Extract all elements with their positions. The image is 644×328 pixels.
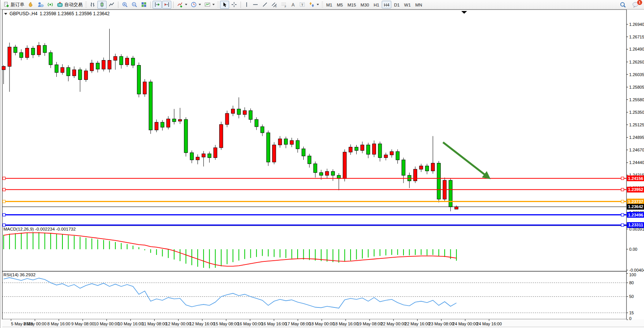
svg-text:0.003914: 0.003914: [629, 227, 644, 231]
time-label: 15 May 08:00: [214, 322, 239, 326]
panel-border: [2, 271, 626, 319]
candle-down: [314, 164, 317, 172]
time-label: 22 May 16:00: [405, 322, 430, 326]
line-handle[interactable]: [3, 224, 5, 226]
svg-text:1.26035: 1.26035: [629, 72, 644, 77]
candlestick-chart-button[interactable]: [97, 1, 107, 9]
svg-text:1.26940: 1.26940: [629, 22, 644, 27]
cursor-button[interactable]: [220, 1, 229, 9]
candle-down: [378, 144, 382, 158]
timeframe-h4[interactable]: H4: [382, 1, 391, 8]
candle-down: [78, 70, 82, 80]
price-axis: 1.269401.267151.264901.262601.260351.258…: [626, 22, 644, 228]
label-tool-button[interactable]: T: [298, 1, 307, 9]
timeframe-m5[interactable]: M5: [335, 1, 345, 8]
timeframe-h1[interactable]: H1: [372, 1, 381, 8]
fibonacci-tool-button[interactable]: F: [279, 1, 289, 9]
candle-down: [14, 47, 17, 53]
price-label: 1.23737: [628, 199, 643, 204]
candle-up: [2, 66, 5, 70]
new-order-label: 新订单: [11, 2, 24, 8]
svg-text:1.26260: 1.26260: [629, 60, 644, 64]
timeframe-w1[interactable]: W1: [402, 1, 413, 8]
line-handle[interactable]: [3, 188, 5, 191]
mt5-window: 新订单 自动交易: [0, 0, 644, 328]
candle-up: [220, 124, 223, 148]
new-order-button[interactable]: 新订单: [2, 1, 26, 9]
separator: [173, 2, 174, 8]
svg-text:F: F: [285, 5, 286, 8]
time-label: 11 May 08:00: [142, 322, 167, 326]
timeframe-mn[interactable]: MN: [413, 1, 424, 8]
search-button[interactable]: [618, 1, 628, 9]
candle-up: [114, 56, 117, 60]
tile-windows-button[interactable]: [139, 1, 148, 9]
periods-button[interactable]: [189, 1, 202, 9]
line-handle[interactable]: [621, 188, 624, 191]
svg-text:-0.004049: -0.004049: [629, 268, 644, 272]
notifications-button[interactable]: 1: [631, 1, 641, 9]
timeframe-d1[interactable]: D1: [392, 1, 402, 8]
candle-down: [172, 119, 176, 122]
user-cloud-icon: [37, 2, 44, 8]
toolbar-grip: [217, 2, 219, 8]
algo-trading-label: 自动交易: [64, 2, 83, 8]
styles-button[interactable]: [26, 1, 35, 9]
time-label: 19 May 08:00: [357, 322, 383, 326]
line-handle[interactable]: [3, 200, 5, 203]
text-tool-button[interactable]: A: [289, 1, 297, 9]
timeframe-m1[interactable]: M1: [324, 1, 334, 8]
candle-up: [349, 147, 352, 152]
svg-text:1.25580: 1.25580: [629, 97, 644, 102]
time-label: 18 May 00:00: [309, 322, 335, 326]
arrows-shapes-icon: [309, 2, 315, 8]
svg-text:50: 50: [629, 294, 634, 299]
community-button[interactable]: [36, 1, 45, 9]
candle-down: [308, 156, 311, 164]
svg-text:0.00: 0.00: [629, 247, 637, 252]
line-handle[interactable]: [621, 213, 624, 216]
zoom-out-button[interactable]: [130, 1, 139, 9]
clock-icon: [191, 2, 197, 8]
line-handle[interactable]: [621, 177, 624, 180]
line-handle[interactable]: [3, 177, 5, 180]
bar-chart-button[interactable]: [88, 1, 97, 9]
templates-button[interactable]: [203, 1, 216, 9]
svg-text:A: A: [292, 2, 295, 8]
line-handle[interactable]: [621, 224, 624, 226]
candle-up: [167, 119, 170, 127]
auto-scroll-button[interactable]: [153, 1, 162, 9]
bar-chart-icon: [89, 2, 96, 8]
candle-down: [425, 166, 429, 171]
chart-shift-button[interactable]: [162, 1, 171, 9]
signals-button[interactable]: [46, 1, 55, 9]
candle-down: [161, 122, 164, 127]
svg-text:80: 80: [629, 280, 634, 285]
candle-down: [261, 127, 264, 133]
algo-trading-button[interactable]: 自动交易: [55, 1, 84, 9]
channel-tool-button[interactable]: E: [270, 1, 279, 9]
indicators-button[interactable]: [175, 1, 189, 9]
candle-down: [137, 65, 140, 94]
vertical-line-tool-button[interactable]: [243, 1, 250, 9]
candle-up: [384, 155, 387, 158]
candle-up: [273, 145, 276, 162]
chart-canvas[interactable]: 1.269401.267151.264901.262601.260351.258…: [0, 10, 644, 328]
timeframe-m15[interactable]: M15: [346, 1, 358, 8]
time-label: 18 May 16:00: [333, 322, 359, 326]
candle-down: [402, 160, 405, 175]
horizontal-line-tool-button[interactable]: [251, 1, 260, 9]
text-label-icon: T: [299, 2, 305, 8]
zoom-in-button[interactable]: [120, 1, 129, 9]
shapes-tool-button[interactable]: [307, 1, 320, 9]
line-handle[interactable]: [3, 213, 5, 216]
candle-down: [208, 154, 211, 158]
dropdown-arrow-icon: [185, 4, 187, 5]
auto-scroll-icon: [154, 2, 160, 8]
crosshair-button[interactable]: [230, 1, 239, 9]
line-chart-button[interactable]: [107, 1, 116, 9]
timeframe-m30[interactable]: M30: [359, 1, 371, 8]
time-label: 16 May 00:00: [238, 322, 263, 326]
line-handle[interactable]: [621, 200, 624, 203]
trendline-tool-button[interactable]: [260, 1, 269, 9]
